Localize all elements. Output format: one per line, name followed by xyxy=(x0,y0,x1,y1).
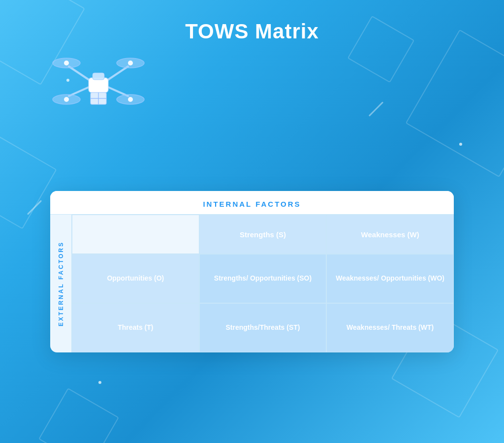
page-title: TOWS Matrix xyxy=(185,20,319,43)
svg-point-8 xyxy=(64,61,69,65)
drone-svg xyxy=(49,39,148,118)
page-container: TOWS Matrix xyxy=(0,0,504,443)
svg-line-1 xyxy=(106,66,128,81)
cell-empty-top-left xyxy=(72,215,199,254)
matrix-body: EXTERNAL FACTORS Strengths (S) Weaknesse… xyxy=(50,215,454,352)
cell-wo: Weaknesses/ Opportunities (WO) xyxy=(326,254,454,303)
svg-rect-13 xyxy=(93,73,104,80)
external-factors-column: EXTERNAL FACTORS xyxy=(50,215,72,352)
svg-line-2 xyxy=(69,86,91,96)
strengths-header-text: Strengths (S) xyxy=(240,229,286,240)
svg-point-11 xyxy=(128,97,133,102)
cell-weaknesses-header: Weaknesses (W) xyxy=(326,215,454,254)
matrix-grid: Strengths (S) Weaknesses (W) Opportuniti… xyxy=(72,215,454,352)
svg-line-0 xyxy=(69,66,91,81)
tows-matrix-card: INTERNAL FACTORS EXTERNAL FACTORS Streng… xyxy=(50,191,454,352)
threats-label-text: Threats (T) xyxy=(118,323,153,333)
svg-line-3 xyxy=(106,86,128,96)
svg-point-10 xyxy=(64,97,69,102)
drone-illustration xyxy=(49,39,148,118)
svg-point-9 xyxy=(128,61,133,65)
st-cell-text: Strengths/Threats (ST) xyxy=(226,323,300,333)
wo-cell-text: Weaknesses/ Opportunities (WO) xyxy=(336,274,444,284)
cell-strengths-header: Strengths (S) xyxy=(199,215,327,254)
opportunities-label-text: Opportunities (O) xyxy=(107,274,164,284)
internal-factors-header: INTERNAL FACTORS xyxy=(50,191,454,215)
cell-so: Strengths/ Opportunities (SO) xyxy=(199,254,327,303)
weaknesses-header-text: Weaknesses (W) xyxy=(361,229,419,240)
cell-threats-label: Threats (T) xyxy=(72,303,199,352)
cell-opportunities-label: Opportunities (O) xyxy=(72,254,199,303)
wt-cell-text: Weaknesses/ Threats (WT) xyxy=(346,323,434,333)
cell-wt: Weaknesses/ Threats (WT) xyxy=(326,303,454,352)
so-cell-text: Strengths/ Opportunities (SO) xyxy=(214,274,312,284)
external-factors-label: EXTERNAL FACTORS xyxy=(58,241,64,326)
cell-st: Strengths/Threats (ST) xyxy=(199,303,327,352)
